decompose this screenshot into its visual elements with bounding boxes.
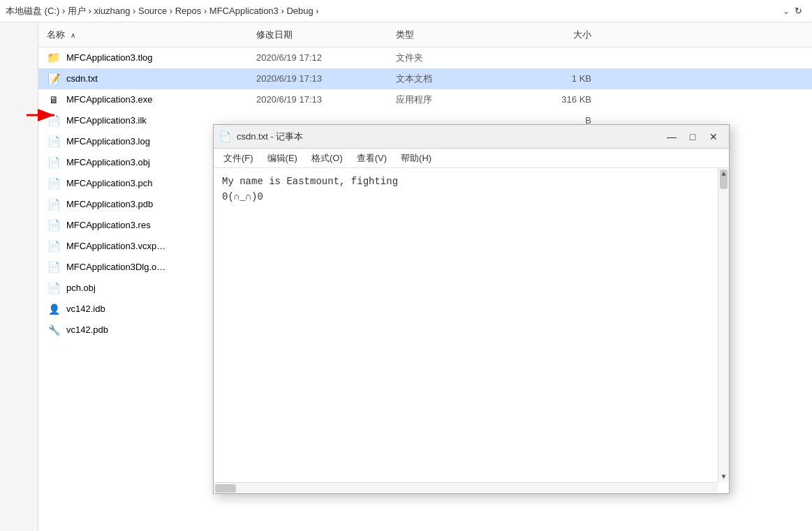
column-name-header[interactable]: 名称 ∧ <box>47 29 256 41</box>
notepad-titlebar: 📄 csdn.txt - 记事本 — □ ✕ <box>214 125 729 149</box>
file-icon: 📁 <box>47 51 61 65</box>
file-type: 文件夹 <box>396 52 522 64</box>
file-name: csdn.txt <box>66 73 256 84</box>
notepad-window: 📄 csdn.txt - 记事本 — □ ✕ 文件(F)编辑(E)格式(O)查看… <box>213 124 730 494</box>
notepad-menu-item[interactable]: 文件(F) <box>216 151 260 166</box>
sort-arrow-icon: ∧ <box>71 31 75 39</box>
table-row[interactable]: 🖥 MFCApplication3.exe 2020/6/19 17:13 应用… <box>38 89 812 110</box>
restore-button[interactable]: □ <box>683 129 702 144</box>
annotation-arrow <box>20 101 61 132</box>
minimize-button[interactable]: — <box>662 129 681 144</box>
column-size-header[interactable]: 大小 <box>522 29 591 41</box>
notepad-file-icon: 📄 <box>219 131 231 142</box>
file-icon: 📄 <box>47 197 61 211</box>
file-type: 文本文档 <box>396 73 522 85</box>
file-icon: 👤 <box>47 302 61 316</box>
notepad-menu-item[interactable]: 查看(V) <box>350 151 394 166</box>
notepad-menu-item[interactable]: 帮助(H) <box>394 151 438 166</box>
file-size: 316 KB <box>522 94 591 105</box>
file-icon: 📄 <box>47 218 61 232</box>
content-line-1: My name is Eastmount, fighting <box>222 174 715 189</box>
column-date-header[interactable]: 修改日期 <box>256 29 396 41</box>
notepad-title: csdn.txt - 记事本 <box>237 130 660 143</box>
file-name: MFCApplication3.exe <box>66 94 256 105</box>
content-line-2: 0(∩_∩)0 <box>222 189 715 204</box>
file-icon: 📄 <box>47 135 61 149</box>
scrollbar-thumb-horizontal[interactable] <box>215 484 236 493</box>
file-icon: 🔧 <box>47 323 61 337</box>
file-type: 应用程序 <box>396 94 522 106</box>
navigation-sidebar <box>0 22 38 531</box>
dropdown-arrow-icon[interactable]: ⌄ <box>783 6 790 16</box>
close-button[interactable]: ✕ <box>704 129 723 144</box>
file-date: 2020/6/19 17:13 <box>256 94 396 105</box>
table-row[interactable]: 📝 csdn.txt 2020/6/19 17:13 文本文档 1 KB <box>38 68 812 89</box>
file-date: 2020/6/19 17:13 <box>256 73 396 84</box>
breadcrumb-bar: 本地磁盘 (C:) › 用户 › xiuzhang › Source › Rep… <box>0 0 812 22</box>
notepad-content-area[interactable]: My name is Eastmount, fighting 0(∩_∩)0 ▲… <box>214 168 729 493</box>
file-icon: 📄 <box>47 177 61 190</box>
file-icon: 📝 <box>47 72 61 86</box>
notepad-menu-item[interactable]: 编辑(E) <box>260 151 304 166</box>
close-icon: ✕ <box>709 131 718 142</box>
scrollbar-horizontal[interactable] <box>214 482 718 493</box>
restore-icon: □ <box>690 131 695 142</box>
file-icon: 📄 <box>47 260 61 274</box>
table-row[interactable]: 📁 MFCApplication3.tlog 2020/6/19 17:12 文… <box>38 47 812 68</box>
scrollbar-down-button[interactable]: ▼ <box>718 471 729 482</box>
refresh-icon: ↻ <box>795 6 802 16</box>
file-size: 1 KB <box>522 73 591 84</box>
file-icon: 📄 <box>47 156 61 170</box>
column-type-header[interactable]: 类型 <box>396 29 522 41</box>
scrollbar-vertical[interactable]: ▲ ▼ <box>718 168 729 482</box>
notepad-menubar: 文件(F)编辑(E)格式(O)查看(V)帮助(H) <box>214 149 729 168</box>
file-name: MFCApplication3.tlog <box>66 52 256 63</box>
notepad-menu-item[interactable]: 格式(O) <box>304 151 350 166</box>
refresh-button[interactable]: ↻ <box>790 3 806 20</box>
breadcrumb: 本地磁盘 (C:) › 用户 › xiuzhang › Source › Rep… <box>6 5 777 17</box>
scrollbar-up-button[interactable]: ▲ <box>718 168 729 179</box>
file-date: 2020/6/19 17:12 <box>256 52 396 63</box>
minimize-icon: — <box>667 131 677 142</box>
file-icon: 📄 <box>47 239 61 253</box>
file-list-header: 名称 ∧ 修改日期 类型 大小 <box>38 22 812 47</box>
file-icon: 📄 <box>47 281 61 295</box>
